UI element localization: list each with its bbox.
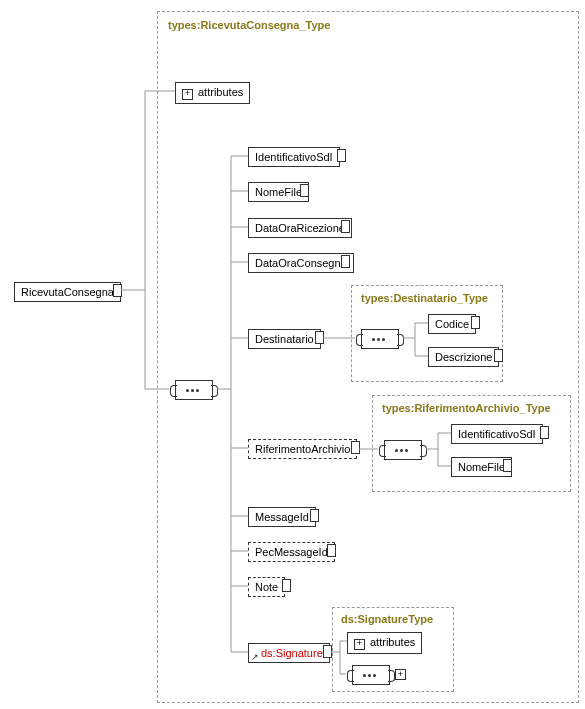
connector-lines xyxy=(0,0,585,709)
schema-diagram: types:RicevutaConsegna_Type RicevutaCons… xyxy=(0,0,585,709)
